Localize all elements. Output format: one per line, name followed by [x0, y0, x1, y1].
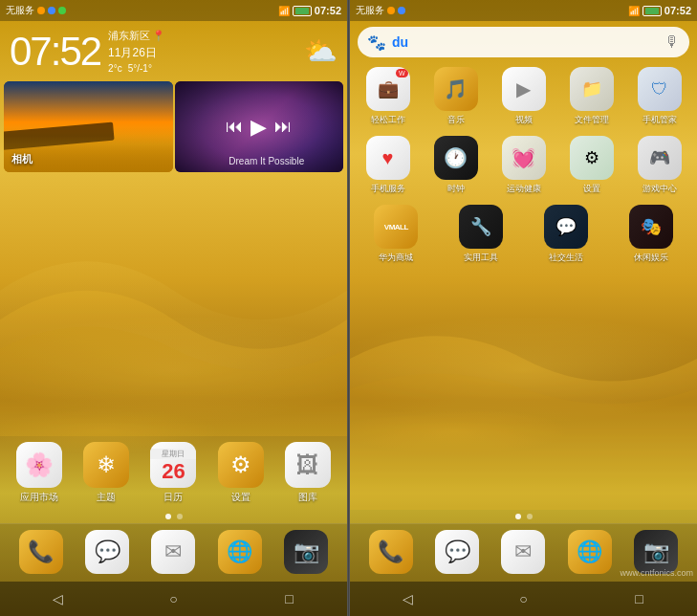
camera-card[interactable]: 相机 — [4, 81, 173, 172]
app-item-theme[interactable]: ❄ 主题 — [83, 442, 129, 504]
app-item-gallery[interactable]: 🖼 图库 — [285, 442, 331, 504]
right-notif-1 — [387, 7, 395, 14]
left-phone-screen: 无服务 📶 07:52 07:52 浦东新区 📍 11月26日 — [0, 0, 348, 616]
left-battery — [293, 6, 312, 16]
left-notif-1 — [37, 7, 45, 14]
left-content: 07:52 浦东新区 📍 11月26日 2°c 5°/-1° ⛅ — [0, 21, 347, 616]
weather-time: 07:52 — [10, 32, 100, 72]
left-page-dots — [0, 510, 347, 523]
app-icon-appmarket: 🌸 — [16, 442, 62, 488]
app-item-phonemanager[interactable]: 🛡 手机管家 — [627, 67, 691, 126]
app-label-calendar: 日历 — [163, 491, 183, 504]
app-icon-vmall: VMALL — [374, 205, 418, 249]
app-label-phoneservice: 手机服务 — [371, 183, 405, 195]
page-dot-2 — [177, 514, 183, 519]
app-icon-tools: 🔧 — [459, 205, 503, 249]
weather-location: 浦东新区 📍 — [108, 29, 165, 43]
app-item-calendar[interactable]: 星期日 26 日历 — [150, 442, 196, 504]
right-dock-browser[interactable]: 🌐 — [568, 530, 612, 574]
left-carrier: 无服务 — [6, 4, 34, 17]
left-nav-bar: ◁ ○ □ — [0, 582, 347, 616]
watermark: www.cntfonics.com — [620, 568, 693, 578]
dock-messages[interactable]: 💬 — [85, 530, 129, 574]
app-icon-clock: 🕐 — [434, 136, 478, 180]
microphone-icon[interactable]: 🎙 — [664, 33, 680, 51]
right-battery — [643, 6, 662, 16]
app-label-gamecenter: 游戏中心 — [643, 183, 677, 195]
right-status-bar: 无服务 📶 07:52 — [350, 0, 697, 21]
app-label-easywork: 轻松工作 — [371, 114, 405, 126]
right-phone-screen: 无服务 📶 07:52 🐾 du 🎙 💼 W — [349, 0, 697, 616]
right-status-left: 无服务 — [356, 4, 405, 17]
app-label-filemanager: 文件管理 — [575, 114, 609, 126]
right-dock-mail[interactable]: ✉ — [501, 530, 545, 574]
left-nav-back[interactable]: ◁ — [45, 585, 72, 612]
left-nav-home[interactable]: ○ — [161, 585, 187, 612]
app-item-music[interactable]: 🎵 音乐 — [424, 67, 488, 126]
right-dock-messages[interactable]: 💬 — [435, 530, 479, 574]
baidu-paw-icon: 🐾 — [367, 33, 386, 52]
music-controls: ⏮ ▶ ⏭ — [226, 115, 292, 140]
weather-right: 浦东新区 📍 11月26日 2°c 5°/-1° — [108, 29, 165, 74]
right-nav-back[interactable]: ◁ — [395, 585, 422, 612]
right-nav-recent[interactable]: □ — [626, 585, 653, 612]
right-status-right: 📶 07:52 — [628, 5, 691, 16]
app-item-tools[interactable]: 🔧 实用工具 — [441, 205, 522, 264]
next-icon[interactable]: ⏭ — [274, 117, 292, 137]
dock-phone[interactable]: 📞 — [19, 530, 63, 574]
app-item-appmarket[interactable]: 🌸 应用市场 — [16, 442, 62, 504]
left-time: 07:52 — [315, 5, 341, 16]
app-item-settings-r[interactable]: ⚙ 设置 — [559, 136, 623, 195]
dock-mail[interactable]: ✉ — [151, 530, 195, 574]
left-dock: 📞 💬 ✉ 🌐 📷 — [0, 523, 347, 582]
right-carrier: 无服务 — [356, 4, 384, 17]
app-label-music: 音乐 — [447, 114, 465, 126]
app-label-appmarket: 应用市场 — [20, 491, 58, 504]
left-status-bar: 无服务 📶 07:52 — [0, 0, 347, 21]
music-card[interactable]: ⏮ ▶ ⏭ Dream It Possible — [175, 81, 344, 172]
app-label-theme: 主题 — [97, 491, 116, 504]
weather-icon: ⛅ — [304, 35, 338, 67]
right-dock-phone[interactable]: 📞 — [369, 530, 413, 574]
app-item-easywork[interactable]: 💼 W 轻松工作 — [356, 67, 420, 126]
page-dot-1 — [165, 514, 171, 519]
app-icon-filemanager: 📁 — [570, 67, 614, 111]
app-item-settings[interactable]: ⚙ 设置 — [218, 442, 264, 504]
app-item-health[interactable]: 💓 运动健康 — [491, 136, 555, 195]
app-icon-settings-r: ⚙ — [570, 136, 614, 180]
app-item-entertainment[interactable]: 🎭 休闲娱乐 — [610, 205, 691, 264]
app-icon-entertainment: 🎭 — [629, 205, 673, 249]
app-icon-theme: ❄ — [83, 442, 129, 488]
right-wave-area — [350, 268, 697, 510]
right-wifi-icon: 📶 — [628, 6, 640, 16]
app-item-clock[interactable]: 🕐 时钟 — [424, 136, 488, 195]
app-item-phoneservice[interactable]: ♥ 手机服务 — [356, 136, 420, 195]
app-label-gallery: 图库 — [298, 491, 317, 504]
left-wifi-icon: 📶 — [278, 6, 290, 16]
right-page-dot-2 — [527, 514, 533, 519]
search-input[interactable] — [414, 27, 659, 57]
app-label-entertainment: 休闲娱乐 — [634, 252, 668, 264]
right-apps-row3: VMALL 华为商城 🔧 实用工具 💬 社交生活 🎭 — [350, 201, 697, 268]
wave-area — [0, 174, 347, 436]
app-label-phonemanager: 手机管家 — [643, 114, 677, 126]
left-notif-2 — [48, 7, 55, 14]
dock-browser[interactable]: 🌐 — [218, 530, 262, 574]
search-bar[interactable]: 🐾 du 🎙 — [358, 27, 689, 57]
media-row: 相机 ⏮ ▶ ⏭ Dream It Possible — [4, 81, 343, 172]
app-item-social[interactable]: 💬 社交生活 — [526, 205, 607, 264]
app-item-video[interactable]: ▶ 视频 — [491, 67, 555, 126]
dock-camera[interactable]: 📷 — [284, 530, 328, 574]
app-icon-settings: ⚙ — [218, 442, 264, 488]
prev-icon[interactable]: ⏮ — [226, 117, 243, 137]
weather-temp: 2°c 5°/-1° — [108, 63, 165, 74]
right-apps-row1: 💼 W 轻松工作 🎵 音乐 ▶ 视频 — [350, 63, 697, 130]
music-card-title: Dream It Possible — [183, 156, 344, 166]
left-nav-recent[interactable]: □ — [276, 585, 303, 612]
app-item-filemanager[interactable]: 📁 文件管理 — [559, 67, 623, 126]
app-item-vmall[interactable]: VMALL 华为商城 — [356, 205, 437, 264]
play-icon[interactable]: ▶ — [250, 115, 267, 140]
right-nav-home[interactable]: ○ — [511, 585, 537, 612]
app-label-health: 运动健康 — [507, 183, 541, 195]
app-item-gamecenter[interactable]: 🎮 游戏中心 — [627, 136, 691, 195]
